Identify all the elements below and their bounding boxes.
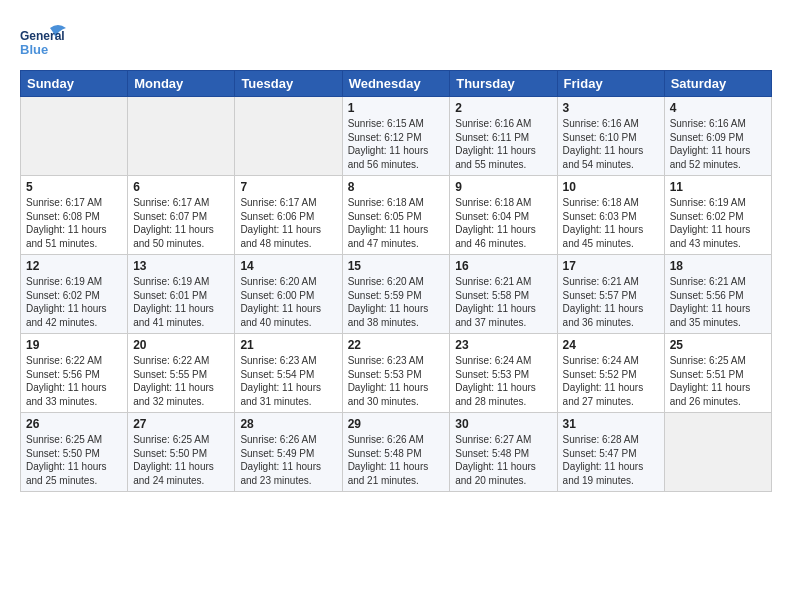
svg-text:Blue: Blue bbox=[20, 42, 48, 57]
calendar-week: 1Sunrise: 6:15 AM Sunset: 6:12 PM Daylig… bbox=[21, 97, 772, 176]
calendar-cell: 9Sunrise: 6:18 AM Sunset: 6:04 PM Daylig… bbox=[450, 176, 557, 255]
day-header: Wednesday bbox=[342, 71, 450, 97]
calendar-cell: 7Sunrise: 6:17 AM Sunset: 6:06 PM Daylig… bbox=[235, 176, 342, 255]
day-info: Sunrise: 6:16 AM Sunset: 6:11 PM Dayligh… bbox=[455, 117, 551, 171]
day-info: Sunrise: 6:19 AM Sunset: 6:02 PM Dayligh… bbox=[26, 275, 122, 329]
day-info: Sunrise: 6:21 AM Sunset: 5:56 PM Dayligh… bbox=[670, 275, 766, 329]
day-number: 20 bbox=[133, 338, 229, 352]
calendar-cell: 27Sunrise: 6:25 AM Sunset: 5:50 PM Dayli… bbox=[128, 413, 235, 492]
day-number: 10 bbox=[563, 180, 659, 194]
day-number: 23 bbox=[455, 338, 551, 352]
day-number: 4 bbox=[670, 101, 766, 115]
calendar-cell: 2Sunrise: 6:16 AM Sunset: 6:11 PM Daylig… bbox=[450, 97, 557, 176]
calendar-cell bbox=[235, 97, 342, 176]
day-number: 31 bbox=[563, 417, 659, 431]
day-info: Sunrise: 6:17 AM Sunset: 6:06 PM Dayligh… bbox=[240, 196, 336, 250]
calendar-cell bbox=[664, 413, 771, 492]
day-info: Sunrise: 6:17 AM Sunset: 6:07 PM Dayligh… bbox=[133, 196, 229, 250]
day-info: Sunrise: 6:18 AM Sunset: 6:05 PM Dayligh… bbox=[348, 196, 445, 250]
day-info: Sunrise: 6:22 AM Sunset: 5:55 PM Dayligh… bbox=[133, 354, 229, 408]
svg-text:General: General bbox=[20, 29, 65, 43]
day-header: Tuesday bbox=[235, 71, 342, 97]
day-number: 14 bbox=[240, 259, 336, 273]
day-number: 16 bbox=[455, 259, 551, 273]
calendar-cell: 25Sunrise: 6:25 AM Sunset: 5:51 PM Dayli… bbox=[664, 334, 771, 413]
day-info: Sunrise: 6:24 AM Sunset: 5:52 PM Dayligh… bbox=[563, 354, 659, 408]
day-info: Sunrise: 6:16 AM Sunset: 6:09 PM Dayligh… bbox=[670, 117, 766, 171]
day-info: Sunrise: 6:28 AM Sunset: 5:47 PM Dayligh… bbox=[563, 433, 659, 487]
day-info: Sunrise: 6:21 AM Sunset: 5:57 PM Dayligh… bbox=[563, 275, 659, 329]
calendar-cell: 20Sunrise: 6:22 AM Sunset: 5:55 PM Dayli… bbox=[128, 334, 235, 413]
day-number: 15 bbox=[348, 259, 445, 273]
calendar-cell: 4Sunrise: 6:16 AM Sunset: 6:09 PM Daylig… bbox=[664, 97, 771, 176]
calendar-cell: 17Sunrise: 6:21 AM Sunset: 5:57 PM Dayli… bbox=[557, 255, 664, 334]
day-info: Sunrise: 6:21 AM Sunset: 5:58 PM Dayligh… bbox=[455, 275, 551, 329]
day-info: Sunrise: 6:20 AM Sunset: 5:59 PM Dayligh… bbox=[348, 275, 445, 329]
day-info: Sunrise: 6:16 AM Sunset: 6:10 PM Dayligh… bbox=[563, 117, 659, 171]
calendar-week: 12Sunrise: 6:19 AM Sunset: 6:02 PM Dayli… bbox=[21, 255, 772, 334]
day-info: Sunrise: 6:20 AM Sunset: 6:00 PM Dayligh… bbox=[240, 275, 336, 329]
calendar-cell: 18Sunrise: 6:21 AM Sunset: 5:56 PM Dayli… bbox=[664, 255, 771, 334]
calendar-week: 19Sunrise: 6:22 AM Sunset: 5:56 PM Dayli… bbox=[21, 334, 772, 413]
calendar-cell: 1Sunrise: 6:15 AM Sunset: 6:12 PM Daylig… bbox=[342, 97, 450, 176]
day-header: Friday bbox=[557, 71, 664, 97]
calendar-cell: 28Sunrise: 6:26 AM Sunset: 5:49 PM Dayli… bbox=[235, 413, 342, 492]
calendar-cell: 13Sunrise: 6:19 AM Sunset: 6:01 PM Dayli… bbox=[128, 255, 235, 334]
day-info: Sunrise: 6:23 AM Sunset: 5:53 PM Dayligh… bbox=[348, 354, 445, 408]
calendar-cell: 31Sunrise: 6:28 AM Sunset: 5:47 PM Dayli… bbox=[557, 413, 664, 492]
day-info: Sunrise: 6:26 AM Sunset: 5:48 PM Dayligh… bbox=[348, 433, 445, 487]
day-number: 11 bbox=[670, 180, 766, 194]
calendar-cell: 14Sunrise: 6:20 AM Sunset: 6:00 PM Dayli… bbox=[235, 255, 342, 334]
day-number: 19 bbox=[26, 338, 122, 352]
day-info: Sunrise: 6:17 AM Sunset: 6:08 PM Dayligh… bbox=[26, 196, 122, 250]
calendar-cell: 24Sunrise: 6:24 AM Sunset: 5:52 PM Dayli… bbox=[557, 334, 664, 413]
day-number: 13 bbox=[133, 259, 229, 273]
day-header: Thursday bbox=[450, 71, 557, 97]
day-number: 26 bbox=[26, 417, 122, 431]
day-number: 17 bbox=[563, 259, 659, 273]
day-info: Sunrise: 6:18 AM Sunset: 6:03 PM Dayligh… bbox=[563, 196, 659, 250]
day-number: 7 bbox=[240, 180, 336, 194]
logo-icon: GeneralBlue bbox=[20, 20, 70, 60]
calendar-cell: 8Sunrise: 6:18 AM Sunset: 6:05 PM Daylig… bbox=[342, 176, 450, 255]
calendar-cell: 29Sunrise: 6:26 AM Sunset: 5:48 PM Dayli… bbox=[342, 413, 450, 492]
calendar-table: SundayMondayTuesdayWednesdayThursdayFrid… bbox=[20, 70, 772, 492]
day-number: 22 bbox=[348, 338, 445, 352]
header-row: SundayMondayTuesdayWednesdayThursdayFrid… bbox=[21, 71, 772, 97]
calendar-header: SundayMondayTuesdayWednesdayThursdayFrid… bbox=[21, 71, 772, 97]
logo: GeneralBlue bbox=[20, 20, 70, 60]
calendar-cell: 30Sunrise: 6:27 AM Sunset: 5:48 PM Dayli… bbox=[450, 413, 557, 492]
day-info: Sunrise: 6:19 AM Sunset: 6:01 PM Dayligh… bbox=[133, 275, 229, 329]
calendar-cell: 5Sunrise: 6:17 AM Sunset: 6:08 PM Daylig… bbox=[21, 176, 128, 255]
calendar-cell: 19Sunrise: 6:22 AM Sunset: 5:56 PM Dayli… bbox=[21, 334, 128, 413]
day-number: 2 bbox=[455, 101, 551, 115]
calendar-cell: 21Sunrise: 6:23 AM Sunset: 5:54 PM Dayli… bbox=[235, 334, 342, 413]
day-info: Sunrise: 6:25 AM Sunset: 5:50 PM Dayligh… bbox=[133, 433, 229, 487]
calendar-cell: 23Sunrise: 6:24 AM Sunset: 5:53 PM Dayli… bbox=[450, 334, 557, 413]
day-number: 30 bbox=[455, 417, 551, 431]
day-info: Sunrise: 6:18 AM Sunset: 6:04 PM Dayligh… bbox=[455, 196, 551, 250]
calendar-cell: 3Sunrise: 6:16 AM Sunset: 6:10 PM Daylig… bbox=[557, 97, 664, 176]
day-number: 1 bbox=[348, 101, 445, 115]
calendar-body: 1Sunrise: 6:15 AM Sunset: 6:12 PM Daylig… bbox=[21, 97, 772, 492]
calendar-cell bbox=[128, 97, 235, 176]
calendar-cell: 12Sunrise: 6:19 AM Sunset: 6:02 PM Dayli… bbox=[21, 255, 128, 334]
day-header: Sunday bbox=[21, 71, 128, 97]
day-info: Sunrise: 6:27 AM Sunset: 5:48 PM Dayligh… bbox=[455, 433, 551, 487]
day-number: 12 bbox=[26, 259, 122, 273]
day-info: Sunrise: 6:25 AM Sunset: 5:50 PM Dayligh… bbox=[26, 433, 122, 487]
day-number: 18 bbox=[670, 259, 766, 273]
calendar-cell: 26Sunrise: 6:25 AM Sunset: 5:50 PM Dayli… bbox=[21, 413, 128, 492]
day-number: 9 bbox=[455, 180, 551, 194]
day-info: Sunrise: 6:19 AM Sunset: 6:02 PM Dayligh… bbox=[670, 196, 766, 250]
day-info: Sunrise: 6:22 AM Sunset: 5:56 PM Dayligh… bbox=[26, 354, 122, 408]
day-number: 3 bbox=[563, 101, 659, 115]
day-info: Sunrise: 6:26 AM Sunset: 5:49 PM Dayligh… bbox=[240, 433, 336, 487]
day-header: Saturday bbox=[664, 71, 771, 97]
day-number: 8 bbox=[348, 180, 445, 194]
calendar-cell: 11Sunrise: 6:19 AM Sunset: 6:02 PM Dayli… bbox=[664, 176, 771, 255]
day-info: Sunrise: 6:23 AM Sunset: 5:54 PM Dayligh… bbox=[240, 354, 336, 408]
day-info: Sunrise: 6:25 AM Sunset: 5:51 PM Dayligh… bbox=[670, 354, 766, 408]
day-number: 28 bbox=[240, 417, 336, 431]
calendar-cell bbox=[21, 97, 128, 176]
